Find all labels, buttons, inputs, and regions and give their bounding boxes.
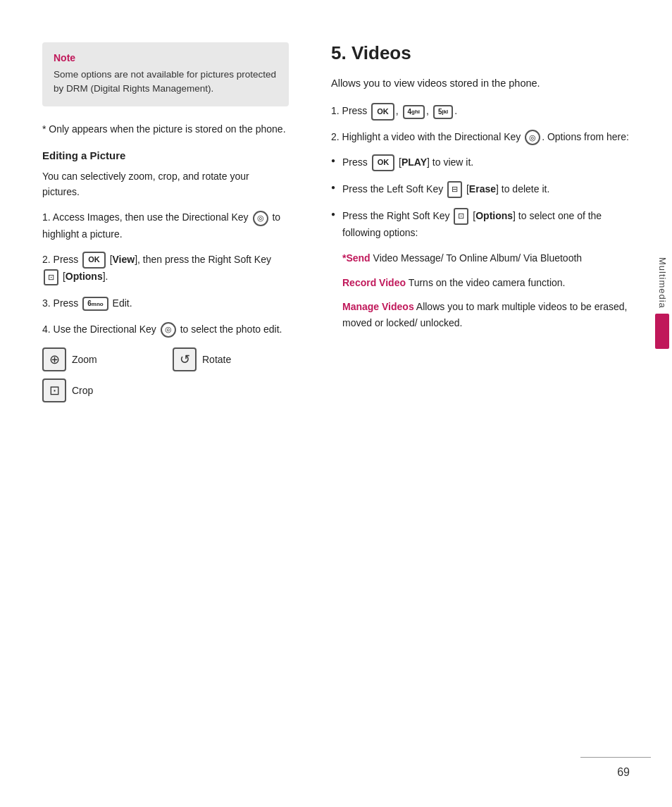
step-1-num: 1. Access Images, then use the Direction… (42, 211, 251, 223)
num-key-6: 6mno (82, 297, 108, 311)
note-box: Note Some options are not available for … (42, 42, 289, 106)
step-4-text2: to select the photo edit. (178, 324, 282, 335)
crop-icon: ⊡ (42, 378, 66, 402)
step-2-options: [Options]. (60, 271, 108, 282)
videos-section-title: 5. Videos (331, 42, 637, 64)
page-divider (580, 757, 651, 758)
video-step-1-comma2: , (426, 105, 432, 116)
bullet-1-press: Press (342, 156, 371, 168)
sidebar-tab-bar (655, 314, 669, 349)
step-3-num: 3. Press (42, 297, 81, 309)
bullet-play: Press OK [PLAY] to view it. (331, 154, 637, 171)
rotate-label: Rotate (202, 354, 231, 365)
editing-section-title: Editing a Picture (42, 149, 289, 161)
asterisk-note: * Only appears when the picture is store… (42, 122, 289, 137)
option-record-text: Turns on the video camera function. (409, 277, 566, 288)
rotate-icon-item: ↺ Rotate (173, 347, 289, 371)
num-key-4: 4ghi (403, 105, 425, 119)
step-4: 4. Use the Directional Key ◎ to select t… (42, 321, 289, 338)
step-3-edit: Edit. (110, 297, 132, 309)
bullet-1-play: [PLAY] to view it. (396, 156, 473, 168)
bullet-2-press: Press the Left Soft Key (342, 183, 446, 195)
option-manage-title: Manage Videos (342, 301, 414, 312)
left-soft-key-erase: ⊟ (447, 181, 462, 198)
step-4-text1: 4. Use the Directional Key (42, 324, 159, 335)
sidebar-tab: Multimedia (652, 247, 672, 359)
directional-key-v2: ◎ (525, 130, 540, 145)
ok-key-v1: OK (371, 103, 394, 121)
note-text: Some options are not available for pictu… (54, 68, 278, 97)
videos-steps: 1. Press OK, 4ghi, 5jkl. 2. Highlight a … (331, 103, 637, 145)
video-step-1: 1. Press OK, 4ghi, 5jkl. (331, 103, 637, 121)
step-2-num: 2. Press (42, 254, 81, 265)
right-soft-key-options: ⊡ (454, 208, 468, 225)
video-step-2-text2: . Options from here: (542, 131, 629, 142)
editing-steps: 1. Access Images, then use the Direction… (42, 209, 289, 338)
num-key-5: 5jkl (433, 105, 453, 119)
zoom-icon: ⊕ (42, 347, 66, 371)
directional-key-icon-4: ◎ (161, 322, 176, 338)
rotate-icon: ↺ (173, 347, 197, 371)
video-step-1-num: 1. Press (331, 105, 370, 116)
video-step-2-text1: 2. Highlight a video with the Directiona… (331, 131, 523, 142)
video-step-1-comma1: , (396, 105, 402, 116)
edit-icons-grid: ⊕ Zoom ↺ Rotate ⊡ Crop (42, 347, 289, 402)
directional-key-icon-1: ◎ (253, 211, 268, 226)
page-number: 69 (617, 766, 630, 779)
videos-bullets: Press OK [PLAY] to view it. Press the Le… (331, 154, 637, 241)
bullet-erase: Press the Left Soft Key ⊟ [Erase] to del… (331, 181, 637, 198)
right-column: 5. Videos Allows you to view videos stor… (310, 42, 672, 779)
zoom-label: Zoom (72, 354, 97, 365)
crop-label: Crop (72, 385, 93, 396)
sidebar-tab-label: Multimedia (657, 257, 668, 309)
ok-key-2: OK (82, 252, 106, 269)
option-send-title: *Send (342, 252, 371, 264)
option-send-text: Video Message/ To Online Album/ Via Blue… (373, 252, 583, 264)
bullet-3-press: Press the Right Soft Key (342, 210, 452, 221)
step-1: 1. Access Images, then use the Direction… (42, 209, 289, 242)
option-send: *Send Video Message/ To Online Album/ Vi… (342, 250, 637, 266)
option-record-title: Record Video (342, 277, 406, 288)
video-step-2: 2. Highlight a video with the Directiona… (331, 129, 637, 146)
bullet-2-erase: [Erase] to delete it. (463, 183, 549, 195)
crop-icon-item: ⊡ Crop (42, 378, 158, 402)
right-soft-key-2: ⊡ (44, 269, 58, 286)
step-3: 3. Press 6mno Edit. (42, 295, 289, 311)
step-2: 2. Press OK [View], then press the Right… (42, 252, 289, 285)
editing-section-desc: You can selectively zoom, crop, and rota… (42, 168, 289, 200)
note-title: Note (54, 52, 278, 63)
option-record: Record Video Turns on the video camera f… (342, 275, 637, 290)
option-manage: Manage Videos Allows you to mark multipl… (342, 299, 637, 331)
step-2-view: [View], then press the Right Soft Key (107, 254, 271, 265)
ok-key-play: OK (372, 154, 395, 171)
videos-desc: Allows you to view videos stored in the … (331, 75, 637, 92)
left-column: Note Some options are not available for … (0, 42, 310, 779)
video-step-1-end: . (454, 105, 457, 116)
zoom-icon-item: ⊕ Zoom (42, 347, 158, 371)
bullet-options: Press the Right Soft Key ⊡ [Options] to … (331, 208, 637, 240)
